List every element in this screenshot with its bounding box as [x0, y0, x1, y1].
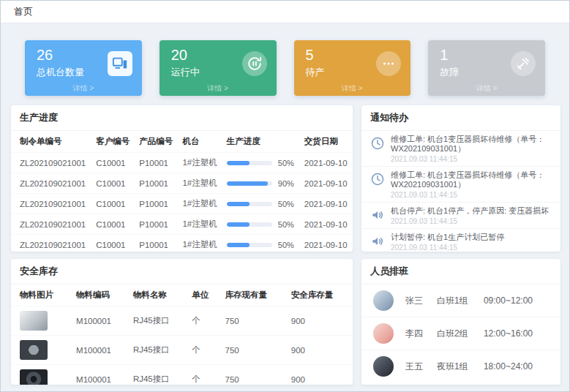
col-unit: 单位 — [187, 284, 220, 306]
notice-time: 2021.09.03 11:44:15 — [391, 217, 549, 225]
safety-qty: 900 — [287, 336, 353, 365]
progress-cell: 50% — [222, 194, 300, 214]
notifications-panel: 通知待办 维修工单: 机台1变压器损坏待维修（单号：WX202109031001… — [361, 105, 560, 252]
table-row: ZL202109021001 C10001 P10001 1#注塑机 50% 2… — [11, 235, 353, 252]
col-safety: 安全库存量 — [287, 284, 353, 306]
notice-time: 2021.09.03 11:44:15 — [391, 244, 504, 252]
dashboard-page: 首页 26 总机台数量 详情 > 20 运行中 详情 > 5 待产 详情 > — [0, 0, 570, 392]
progress-bar — [227, 222, 272, 227]
detail-link[interactable]: 详情 > — [160, 83, 277, 94]
col-image: 物料图片 — [11, 284, 72, 306]
detail-link[interactable]: 详情 > — [294, 83, 411, 94]
delivery-date: 2021-09-10 — [300, 214, 353, 235]
stat-cards-row: 26 总机台数量 详情 > 20 运行中 详情 > 5 待产 详情 > 1 — [1, 23, 569, 105]
notice-item[interactable]: 计划暂停: 机台1生产计划已暂停 2021.09.03 11:44:15 — [361, 229, 560, 252]
stat-card-pending[interactable]: 5 待产 详情 > — [294, 40, 411, 96]
col-machine: 机台 — [178, 131, 222, 153]
customer-no: C10001 — [91, 214, 135, 235]
table-row: ZL202109021001 C10001 P10001 1#注塑机 90% 2… — [11, 173, 353, 194]
notice-time: 2021.09.03 11:44:15 — [391, 191, 552, 199]
progress-cell: 50% — [222, 235, 300, 252]
material-code: M100001 — [72, 365, 129, 385]
progress-bar — [227, 181, 272, 186]
col-customer: 客户编号 — [91, 131, 135, 153]
product-no: P10001 — [135, 153, 178, 173]
col-stock: 库存现有量 — [221, 284, 287, 306]
stock-qty: 750 — [221, 336, 287, 365]
progress-percent: 50% — [278, 200, 294, 208]
person-name: 张三 — [405, 295, 437, 307]
notice-text: 计划暂停: 机台1生产计划已暂停 — [391, 233, 504, 242]
clock-icon — [370, 135, 385, 163]
notice-time: 2021.09.03 11:44:15 — [391, 155, 552, 163]
machine-name: 1#注塑机 — [178, 153, 222, 173]
table-header-row: 物料图片 物料编码 物料名称 单位 库存现有量 安全库存量 — [11, 284, 353, 306]
progress-cell: 50% — [222, 214, 300, 235]
staff-schedule-panel: 人员排班 张三 白班1组 09:00~12:00 李四 白班2组 12:00~1… — [361, 259, 560, 385]
order-no: ZL202109021001 — [11, 153, 91, 173]
tab-home[interactable]: 首页 — [14, 5, 33, 18]
progress-bar — [227, 243, 272, 247]
production-progress-panel: 生产进度 制令单编号 客户编号 产品编号 机台 生产进度 交货日期 ZL2021… — [11, 105, 353, 252]
material-image — [20, 311, 48, 331]
order-no: ZL202109021001 — [11, 173, 91, 194]
detail-link[interactable]: 详情 > — [25, 83, 142, 94]
material-image — [20, 369, 48, 385]
material-name: RJ45接口 — [129, 336, 187, 365]
order-no: ZL202109021001 — [11, 194, 91, 214]
shift-label: 白班1组 — [437, 295, 484, 307]
notice-text: 维修工单: 机台1变压器损坏待维修（单号：WX202109031001） — [391, 135, 552, 154]
panel-title: 安全库存 — [11, 259, 353, 284]
panel-title: 生产进度 — [11, 105, 353, 131]
col-progress: 生产进度 — [222, 131, 300, 153]
notice-text: 维修工单: 机台1变压器损坏待维修（单号：WX202109031001） — [391, 170, 552, 189]
avatar — [373, 356, 394, 377]
product-no: P10001 — [135, 235, 178, 252]
machine-name: 1#注塑机 — [178, 235, 222, 252]
machine-icon — [108, 51, 132, 76]
notice-item[interactable]: 机台停产: 机台1停产，停产原因: 变压器损坏 2021.09.03 11:44… — [361, 203, 560, 229]
progress-percent: 50% — [278, 159, 294, 167]
avatar — [373, 323, 394, 344]
material-code: M100001 — [72, 306, 129, 336]
panel-title: 人员排班 — [361, 259, 560, 284]
clock-icon — [370, 170, 385, 199]
person-name: 王五 — [405, 361, 437, 373]
stat-card-total-machines[interactable]: 26 总机台数量 详情 > — [25, 40, 142, 96]
material-name: RJ45接口 — [129, 365, 187, 385]
product-no: P10001 — [135, 194, 178, 214]
table-row: M100001 RJ45接口 个 750 900 — [11, 365, 353, 385]
product-no: P10001 — [135, 214, 178, 235]
stat-card-fault[interactable]: 1 故障 详情 > — [428, 40, 545, 96]
stat-card-running[interactable]: 20 运行中 详情 > — [160, 40, 277, 96]
machine-name: 1#注塑机 — [178, 173, 222, 194]
table-row: M100001 RJ45接口 个 750 900 — [11, 336, 353, 365]
material-unit: 个 — [187, 306, 220, 336]
machine-name: 1#注塑机 — [178, 194, 222, 214]
order-no: ZL202109021001 — [11, 214, 91, 235]
delivery-date: 2021-09-10 — [300, 235, 353, 252]
notice-text: 机台停产: 机台1停产，停产原因: 变压器损坏 — [391, 206, 549, 216]
shift-label: 夜班1组 — [437, 361, 484, 373]
schedule-row: 王五 夜班1组 18:00~24:00 — [361, 350, 560, 382]
customer-no: C10001 — [91, 173, 135, 194]
col-code: 物料编码 — [72, 284, 129, 306]
progress-bar — [227, 161, 272, 165]
customer-no: C10001 — [91, 194, 135, 214]
speaker-icon — [370, 233, 385, 252]
running-icon — [242, 51, 267, 76]
material-image — [20, 340, 48, 360]
table-row: M100001 RJ45接口 个 750 900 — [11, 306, 353, 336]
detail-link[interactable]: 详情 > — [428, 83, 545, 94]
material-code: M100001 — [72, 336, 129, 365]
schedule-row: 李四 白班2组 12:00~16:00 — [361, 317, 560, 350]
safety-qty: 900 — [287, 306, 353, 336]
notice-item[interactable]: 维修工单: 机台1变压器损坏待维修（单号：WX202109031001） 202… — [361, 167, 560, 203]
customer-no: C10001 — [91, 153, 135, 173]
table-row: ZL202109021001 C10001 P10001 1#注塑机 50% 2… — [11, 194, 353, 214]
progress-cell: 90% — [222, 173, 300, 194]
material-unit: 个 — [187, 365, 220, 385]
material-unit: 个 — [187, 336, 220, 365]
speaker-icon — [370, 206, 385, 225]
notice-item[interactable]: 维修工单: 机台1变压器损坏待维修（单号：WX202109031001） 202… — [361, 131, 560, 167]
